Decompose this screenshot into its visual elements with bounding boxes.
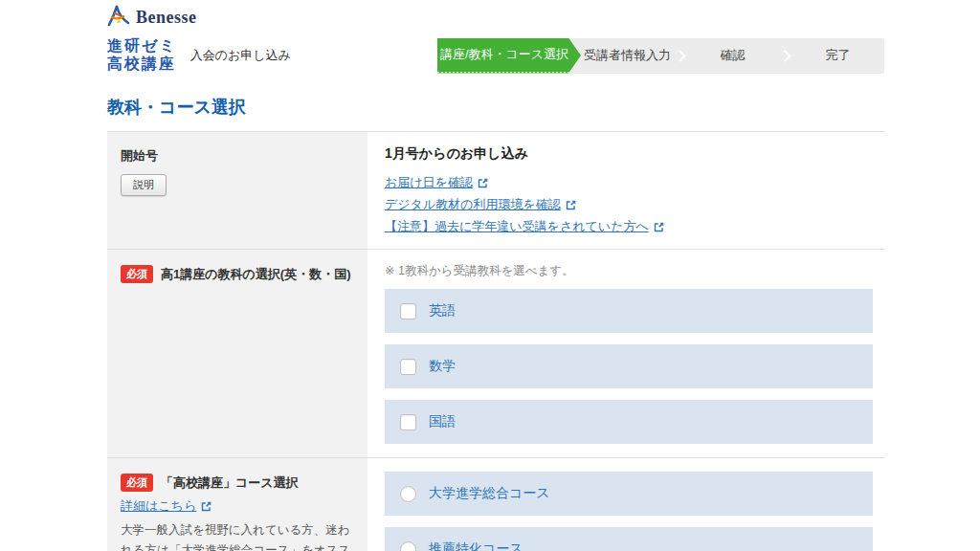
subject-option-label: 国語 (429, 413, 456, 430)
course-detail-link[interactable]: 詳細はこちら (121, 497, 212, 515)
step-student-info: 受講者情報入力 (581, 38, 674, 74)
external-link-icon (565, 199, 577, 211)
subject-options: 英語 数学 国語 (385, 289, 873, 444)
benesse-logo: Benesse (107, 5, 884, 30)
radio-button[interactable] (400, 541, 416, 551)
radio-button[interactable] (400, 486, 416, 502)
start-issue-row: 開始号 説明 1月号からのお申し込み お届け日を確認 デジタル教材の利用環境を確… (107, 132, 884, 250)
external-link-icon (477, 177, 489, 189)
subject-selection-label: 高1講座の教科の選択(英・数・国) (161, 267, 351, 281)
subject-label-cell: 必須高1講座の教科の選択(英・数・国) (107, 250, 368, 457)
link-line: 【注意】過去に学年違い受講をされていた方へ (385, 218, 873, 235)
subject-selection-row: 必須高1講座の教科の選択(英・数・国) ※ 1教科から受講教科を選べます。 英語… (107, 250, 884, 458)
course-option-label: 大学進学総合コース (429, 485, 550, 502)
external-link-icon (653, 221, 665, 233)
subject-option-japanese[interactable]: 国語 (385, 400, 873, 444)
subject-option-label: 数学 (429, 358, 456, 375)
selection-form: 開始号 説明 1月号からのお申し込み お届け日を確認 デジタル教材の利用環境を確… (107, 131, 884, 551)
start-issue-label: 開始号 (121, 147, 354, 165)
external-link-icon (200, 500, 212, 513)
step-course-selection: 講座/教科・コース選択 (437, 38, 581, 74)
required-badge: 必須 (121, 474, 153, 492)
chevron-right-icon (779, 50, 791, 62)
start-issue-label-cell: 開始号 説明 (107, 132, 368, 249)
step-complete: 完了 (791, 38, 884, 74)
shinkenzemi-logo-line1: 進研ゼミ (107, 37, 177, 55)
subject-option-math[interactable]: 数学 (385, 344, 873, 388)
digital-environment-link[interactable]: デジタル教材の利用環境を確認 (385, 196, 577, 213)
checkbox[interactable] (400, 414, 416, 430)
link-line: お届け日を確認 (385, 174, 873, 191)
grade-mismatch-notice-link[interactable]: 【注意】過去に学年違い受講をされていた方へ (385, 218, 665, 235)
page-title: 教科・コース選択 (107, 96, 884, 119)
benesse-figure-icon (107, 5, 131, 31)
shinkenzemi-logo-line2: 高校講座 (107, 55, 177, 74)
explain-button[interactable]: 説明 (121, 174, 167, 196)
checkbox[interactable] (400, 303, 416, 320)
course-option-label: 推薦特化コース (429, 540, 523, 551)
header: 進研ゼミ 高校講座 入会のお申し込み 講座/教科・コース選択 受講者情報入力 確… (107, 36, 884, 75)
subject-options-cell: ※ 1教科から受講教科を選べます。 英語 数学 国語 (368, 250, 884, 457)
course-selection-label: 「高校講座」コース選択 (161, 475, 299, 490)
subject-option-english[interactable]: 英語 (385, 289, 873, 333)
course-options: 大学進学総合コース 推薦特化コース (385, 472, 873, 551)
page-container: Benesse 進研ゼミ 高校講座 入会のお申し込み 講座/教科・コース選択 受… (107, 0, 884, 551)
start-issue-content-cell: 1月号からのお申し込み お届け日を確認 デジタル教材の利用環境を確認 【注意】過… (368, 132, 884, 249)
course-option-recommendation[interactable]: 推薦特化コース (385, 527, 873, 551)
subject-option-label: 英語 (429, 302, 456, 320)
required-badge: 必須 (121, 265, 153, 283)
chevron-right-icon (674, 50, 686, 62)
delivery-date-link[interactable]: お届け日を確認 (385, 174, 489, 191)
link-line: デジタル教材の利用環境を確認 (385, 196, 873, 213)
checkbox[interactable] (400, 359, 416, 375)
detail-link-line: 詳細はこちら (121, 497, 354, 515)
course-description: 大学一般入試を視野に入れている方、迷われる方は「大学進学総合コース」をオススメい… (121, 520, 354, 551)
course-options-cell: 大学進学総合コース 推薦特化コース (368, 458, 884, 551)
step-indicator: 講座/教科・コース選択 受講者情報入力 確認 完了 (437, 38, 884, 74)
shinkenzemi-logo: 進研ゼミ 高校講座 (107, 37, 177, 74)
course-option-general[interactable]: 大学進学総合コース (385, 472, 873, 516)
start-issue-links: お届け日を確認 デジタル教材の利用環境を確認 【注意】過去に学年違い受講をされて… (385, 174, 873, 235)
subject-note: ※ 1教科から受講教科を選べます。 (385, 263, 873, 279)
step-confirm: 確認 (686, 38, 779, 74)
page-subtitle: 入会のお申し込み (190, 47, 291, 64)
start-issue-headline: 1月号からのお申し込み (385, 145, 873, 163)
course-selection-row: 必須「高校講座」コース選択 詳細はこちら 大学一般入試を視野に入れている方、迷わ… (107, 458, 884, 551)
course-label-cell: 必須「高校講座」コース選択 詳細はこちら 大学一般入試を視野に入れている方、迷わ… (107, 458, 368, 551)
benesse-wordmark: Benesse (136, 8, 197, 28)
